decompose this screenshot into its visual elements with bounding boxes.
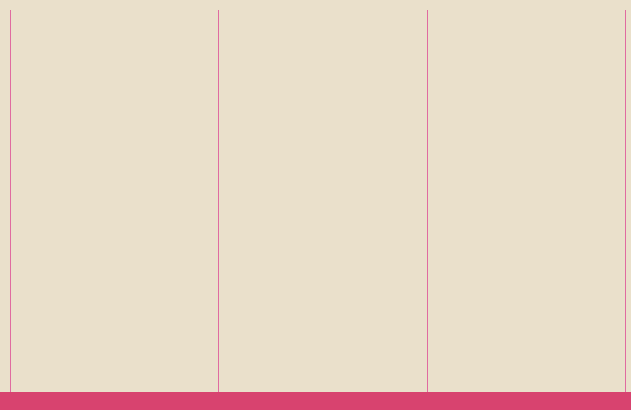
column-separator [625, 10, 626, 392]
column-separator [218, 10, 219, 392]
column-separator [427, 10, 428, 392]
column-separator [10, 10, 11, 392]
footer-decor-strip [0, 392, 631, 410]
